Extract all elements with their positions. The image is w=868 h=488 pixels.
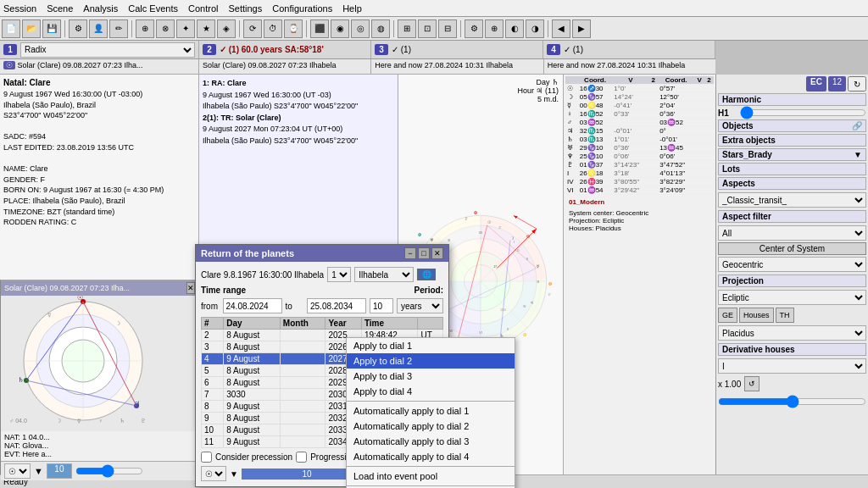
tb-btn-8[interactable]: ◈ — [217, 19, 236, 38]
menubar: Session Scene Analysis Calc Events Contr… — [0, 0, 868, 17]
modal-location-select[interactable]: Ilhabela — [354, 267, 414, 282]
modal-precession-cb[interactable] — [201, 452, 212, 463]
ctx-sep2 — [347, 466, 515, 467]
modal-col-year: Year — [326, 318, 361, 330]
modal-col-day: Day — [224, 318, 281, 330]
menu-analysis[interactable]: Analysis — [83, 3, 118, 14]
tb-btn-11[interactable]: ⌚ — [284, 19, 303, 38]
modal-period-input[interactable] — [370, 298, 393, 313]
modal-progressive-cb[interactable] — [296, 452, 307, 463]
modal-period-unit-select[interactable]: yearsmonths — [397, 298, 443, 313]
modal-dial-select[interactable]: 1234 — [327, 267, 351, 282]
ctx-auto-dial3[interactable]: Automatically apply to dial 3 — [347, 434, 515, 449]
modal-dates-row: from to yearsmonths — [201, 298, 443, 313]
ctx-apply-dial2[interactable]: Apply to dial 2 — [347, 353, 515, 369]
modal-to-label: to — [286, 302, 304, 311]
modal-period-label: Period: — [415, 286, 443, 295]
toolbar: 📄 📂 💾 ⚙ 👤 ✏ ⊕ ⊗ ✦ ★ ◈ ⟳ ⏱ ⌚ ⬛ ◉ ◎ ◍ ⊞ ⊡ … — [0, 17, 868, 41]
modal-timerange-row: Time range Period: — [201, 286, 443, 295]
tb-btn-2[interactable]: 👤 — [89, 19, 108, 38]
tb-btn-9[interactable]: ⟳ — [243, 19, 262, 38]
modal-col-month: Month — [280, 318, 326, 330]
ctx-apply-dial1[interactable]: Apply to dial 1 — [347, 338, 515, 353]
modal-title: Return of the planets — [201, 248, 294, 258]
tb-btn-16[interactable]: ⊞ — [398, 19, 416, 38]
modal-col-time: Time — [361, 318, 418, 330]
open-btn[interactable]: 📂 — [22, 19, 41, 38]
menu-session[interactable]: Session — [3, 3, 36, 14]
modal-timerange-label: Time range — [201, 286, 246, 295]
modal-globe-btn[interactable]: 🌐 — [417, 269, 436, 280]
tb-btn-19[interactable]: ⚙ — [465, 19, 483, 38]
tb-btn-3[interactable]: ✏ — [109, 19, 128, 38]
modal-person-label: Clare 9.8.1967 16:30:00 Ilhabela — [201, 270, 324, 280]
ctx-auto-dial2[interactable]: Automatically apply to dial 2 — [347, 419, 515, 434]
modal-precession-label: Consider precession — [215, 452, 292, 462]
tb-btn-5[interactable]: ⊗ — [156, 19, 175, 38]
modal-person-row: Clare 9.8.1967 16:30:00 Ilhabela 1234 Il… — [201, 267, 443, 282]
main-container: 1 Radix 2 ✓ (1) 60.0 years SA:58°18' 3 ✓… — [0, 41, 868, 488]
modal-to-input[interactable] — [307, 298, 366, 313]
save-btn[interactable]: 💾 — [42, 19, 61, 38]
menu-configurations[interactable]: Configurations — [272, 3, 332, 14]
tb-btn-22[interactable]: ◑ — [526, 19, 544, 38]
menu-help[interactable]: Help — [342, 3, 362, 14]
tb-btn-14[interactable]: ◎ — [351, 19, 370, 38]
tb-btn-12[interactable]: ⬛ — [310, 19, 329, 38]
tb-btn-18[interactable]: ⊟ — [438, 19, 457, 38]
ctx-apply-dial3[interactable]: Apply to dial 3 — [347, 369, 515, 384]
ctx-auto-dial4[interactable]: Automatically apply to dial 4 — [347, 449, 515, 464]
ctx-auto-dial1[interactable]: Automatically apply to dial 1 — [347, 403, 515, 419]
modal-col-num: # — [202, 318, 224, 330]
modal-from-input[interactable] — [223, 298, 282, 313]
tb-btn-24[interactable]: ▶ — [572, 19, 591, 38]
tb-btn-1[interactable]: ⚙ — [69, 19, 87, 38]
tb-btn-21[interactable]: ◐ — [505, 19, 524, 38]
modal-from-label: from — [201, 302, 220, 311]
menu-calc-events[interactable]: Calc Events — [128, 3, 178, 14]
menu-scene[interactable]: Scene — [47, 3, 73, 14]
ctx-load-event-pool[interactable]: Load into event pool — [347, 469, 515, 484]
ctx-apply-dial4[interactable]: Apply to dial 4 — [347, 384, 515, 399]
modal-maximize-btn[interactable]: □ — [418, 247, 430, 259]
modal-close-btn[interactable]: ✕ — [431, 247, 443, 259]
modal-titlebar[interactable]: Return of the planets − □ ✕ — [196, 245, 448, 262]
modal-symbol-select[interactable]: ☉ — [201, 466, 226, 481]
modal-overlay: Return of the planets − □ ✕ Clare 9.8.19… — [0, 41, 868, 488]
tb-btn-15[interactable]: ◍ — [371, 19, 390, 38]
menu-control[interactable]: Control — [188, 3, 218, 14]
modal-titlebar-buttons: − □ ✕ — [404, 247, 443, 259]
tb-btn-23[interactable]: ◀ — [552, 19, 570, 38]
tb-btn-13[interactable]: ◉ — [331, 19, 349, 38]
tb-btn-10[interactable]: ⏱ — [264, 19, 282, 38]
tb-btn-20[interactable]: ⊕ — [485, 19, 504, 38]
modal-minimize-btn[interactable]: − — [404, 247, 416, 259]
tb-btn-17[interactable]: ⊡ — [418, 19, 437, 38]
ctx-sep1 — [347, 401, 515, 402]
ctx-sep3 — [347, 485, 515, 486]
tb-btn-7[interactable]: ★ — [197, 19, 215, 38]
new-btn[interactable]: 📄 — [2, 19, 20, 38]
menu-settings[interactable]: Settings — [228, 3, 262, 14]
context-menu: Apply to dial 1 Apply to dial 2 Apply to… — [346, 337, 515, 488]
tb-btn-6[interactable]: ✦ — [176, 19, 195, 38]
modal-col-tz — [418, 318, 443, 330]
tb-btn-4[interactable]: ⊕ — [136, 19, 154, 38]
